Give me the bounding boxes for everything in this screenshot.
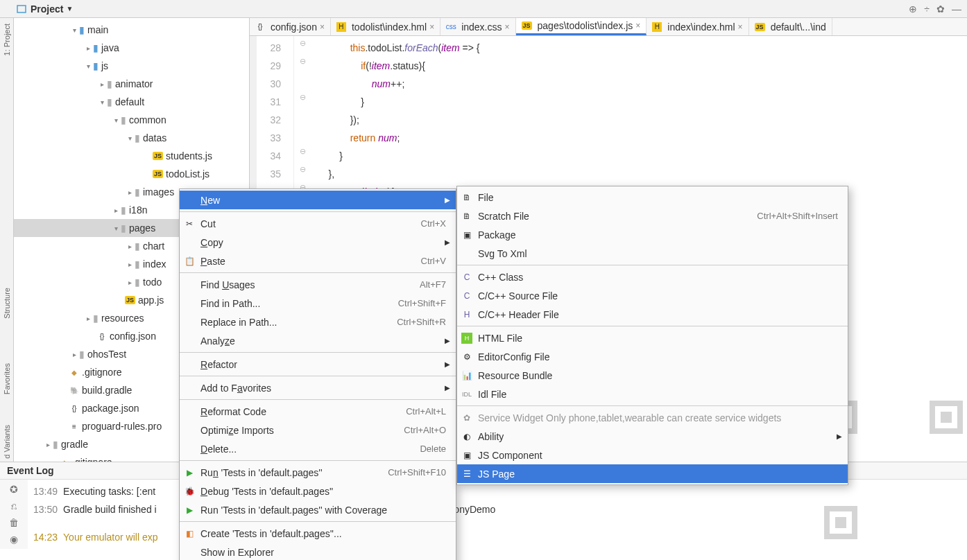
tab-config[interactable]: {}config.json× bbox=[250, 18, 331, 35]
tree-file-students[interactable]: JSstudents.js bbox=[14, 147, 249, 165]
project-dropdown[interactable]: Project ▼ bbox=[31, 3, 73, 15]
folder-icon: ▮ bbox=[135, 240, 140, 252]
menu-paste[interactable]: 📋PasteCtrl+V bbox=[180, 252, 456, 270]
menu-show-explorer[interactable]: Show in Explorer bbox=[180, 543, 456, 560]
line-number: 33 bbox=[253, 129, 281, 147]
side-tab-variants[interactable]: d Variants bbox=[1, 422, 12, 462]
tree-label: build.gradle bbox=[82, 385, 132, 396]
menu-replace-in-path[interactable]: Replace in Path...Ctrl+Shift+R bbox=[180, 313, 456, 331]
close-icon[interactable]: × bbox=[505, 22, 510, 32]
submenu-jscomponent[interactable]: ▣JS Component bbox=[457, 446, 848, 464]
menu-delete[interactable]: Delete...Delete bbox=[180, 439, 456, 458]
settings-icon[interactable]: ⎌ bbox=[11, 500, 17, 511]
menu-run-coverage[interactable]: ▶Run 'Tests in 'default.pages'' with Cov… bbox=[180, 500, 456, 519]
chevron-right-icon: ▸ bbox=[97, 80, 107, 88]
event-log-toolbar: ✪ ⎌ 🗑 ◉ bbox=[0, 480, 28, 549]
hml-file-icon: H bbox=[652, 22, 662, 32]
toolbar: Project ▼ ⊕ ÷ ✿ — bbox=[0, 0, 967, 18]
submenu-cpp-class[interactable]: CC++ Class bbox=[457, 268, 848, 286]
submenu-editorconfig[interactable]: ⚙EditorConfig File bbox=[457, 347, 848, 366]
tab-todolist-hml[interactable]: Htodolist\index.hml× bbox=[331, 18, 440, 35]
hide-icon[interactable]: — bbox=[952, 3, 961, 15]
tree-folder-default[interactable]: ▾▮default bbox=[14, 93, 249, 111]
js-file-icon: JS bbox=[125, 296, 135, 304]
tab-indexjs[interactable]: JSpages\todolist\index.js× bbox=[516, 18, 647, 35]
cpp-hdr-icon: H bbox=[461, 309, 472, 320]
menu-run-tests[interactable]: ▶Run 'Tests in 'default.pages''Ctrl+Shif… bbox=[180, 463, 456, 482]
editor-tabs: {}config.json× Htodolist\index.hml× cssi… bbox=[250, 18, 967, 36]
submenu-ability[interactable]: ◐Ability▶ bbox=[457, 427, 848, 446]
submenu-package[interactable]: ▣Package bbox=[457, 225, 848, 244]
folder-icon: ▮ bbox=[121, 222, 126, 234]
close-icon[interactable]: × bbox=[738, 22, 743, 32]
tree-label: pages bbox=[129, 222, 155, 234]
chevron-right-icon: ▸ bbox=[83, 44, 93, 52]
close-icon[interactable]: × bbox=[635, 21, 640, 30]
tree-folder-animator[interactable]: ▸▮animator bbox=[14, 75, 249, 93]
menu-analyze[interactable]: Analyze▶ bbox=[180, 331, 456, 350]
menu-find-usages[interactable]: Find UsagesAlt+F7 bbox=[180, 275, 456, 294]
event-log-entry[interactable]: 14:23Your emulator will exp bbox=[33, 528, 961, 546]
tree-folder-common[interactable]: ▾▮common bbox=[14, 111, 249, 129]
menu-refactor[interactable]: Refactor▶ bbox=[180, 355, 456, 374]
menu-find-in-path[interactable]: Find in Path...Ctrl+Shift+F bbox=[180, 294, 456, 313]
submenu-svg[interactable]: Svg To Xml bbox=[457, 244, 848, 263]
menu-reformat[interactable]: Reformat CodeCtrl+Alt+L bbox=[180, 402, 456, 421]
submenu-jspage[interactable]: ☰JS Page bbox=[457, 464, 848, 483]
trash-icon[interactable]: 🗑 bbox=[9, 517, 19, 528]
chevron-down-icon: ▾ bbox=[83, 62, 93, 70]
css-file-icon: css bbox=[446, 22, 456, 32]
git-file-icon: ◆ bbox=[69, 367, 79, 377]
menu-optimize[interactable]: Optimize ImportsCtrl+Alt+O bbox=[180, 421, 456, 439]
marker-icon[interactable]: ◉ bbox=[10, 534, 18, 545]
menu-cut[interactable]: ✂CutCtrl+X bbox=[180, 214, 456, 233]
submenu-idl[interactable]: IDLIdl File bbox=[457, 385, 848, 403]
filter-icon[interactable]: ✪ bbox=[10, 484, 18, 495]
submenu-cpp-src[interactable]: CC/C++ Source File bbox=[457, 286, 848, 305]
menu-debug-tests[interactable]: 🐞Debug 'Tests in 'default.pages'' bbox=[180, 482, 456, 500]
tab-label: index\index.hml bbox=[667, 21, 735, 33]
side-tab-project[interactable]: 1: Project bbox=[1, 21, 12, 58]
tab-indexhml[interactable]: Hindex\index.hml× bbox=[647, 18, 748, 35]
submenu-cpp-hdr[interactable]: HC/C++ Header File bbox=[457, 305, 848, 324]
menu-new[interactable]: New▶ bbox=[180, 191, 456, 209]
tree-folder-datas[interactable]: ▾▮datas bbox=[14, 129, 249, 147]
submenu-resbundle[interactable]: 📊Resource Bundle bbox=[457, 366, 848, 385]
tree-file-todolist[interactable]: JStodoList.js bbox=[14, 165, 249, 183]
menu-copy[interactable]: Copy▶ bbox=[180, 233, 456, 252]
menu-create-tests[interactable]: ◧Create 'Tests in 'default.pages''... bbox=[180, 524, 456, 543]
folder-icon: ▮ bbox=[107, 96, 112, 107]
folder-icon: ▮ bbox=[121, 114, 126, 125]
tab-indexcss[interactable]: cssindex.css× bbox=[440, 18, 515, 35]
side-tab-favorites[interactable]: Favorites bbox=[1, 360, 12, 397]
cpp-src-icon: C bbox=[461, 290, 472, 301]
tree-label: main bbox=[87, 24, 108, 35]
file-icon: 🗎 bbox=[461, 192, 472, 203]
side-tab-structure[interactable]: Structure bbox=[1, 285, 12, 322]
close-icon[interactable]: × bbox=[320, 22, 325, 32]
event-message: Executing tasks: [:ent bbox=[63, 486, 155, 497]
event-log-entry[interactable]: 13:50Gradle build finished iony\HarmonyD… bbox=[33, 500, 961, 518]
submenu-scratch[interactable]: 🗎Scratch FileCtrl+Alt+Shift+Insert bbox=[457, 207, 848, 225]
chevron-down-icon: ▾ bbox=[125, 134, 135, 142]
tree-label: todo bbox=[143, 277, 162, 288]
collapse-icon[interactable]: ÷ bbox=[924, 3, 930, 15]
menu-add-favorites[interactable]: Add to Favorites▶ bbox=[180, 378, 456, 397]
tree-folder-js[interactable]: ▾▮js bbox=[14, 57, 249, 75]
tool-window-tabs: 1: Project Structure Favorites d Variant… bbox=[0, 18, 14, 462]
folder-icon: ▮ bbox=[53, 439, 58, 450]
submenu-file[interactable]: 🗎File bbox=[457, 188, 848, 207]
target-icon[interactable]: ⊕ bbox=[909, 3, 917, 15]
chevron-down-icon: ▾ bbox=[97, 98, 107, 106]
line-number: 34 bbox=[253, 147, 281, 165]
tree-label: .gitignore bbox=[72, 457, 112, 462]
tree-folder-java[interactable]: ▸▮java bbox=[14, 39, 249, 57]
submenu-html[interactable]: HHTML File bbox=[457, 329, 848, 347]
line-number: 32 bbox=[253, 111, 281, 129]
context-menu: New▶ ✂CutCtrl+X Copy▶ 📋PasteCtrl+V Find … bbox=[179, 189, 456, 560]
tree-label: proguard-rules.pro bbox=[82, 421, 162, 432]
gear-icon[interactable]: ✿ bbox=[936, 3, 945, 15]
close-icon[interactable]: × bbox=[429, 22, 434, 32]
tab-default[interactable]: JSdefault\...\ind bbox=[749, 18, 832, 35]
tree-folder-main[interactable]: ▾▮main bbox=[14, 21, 249, 39]
